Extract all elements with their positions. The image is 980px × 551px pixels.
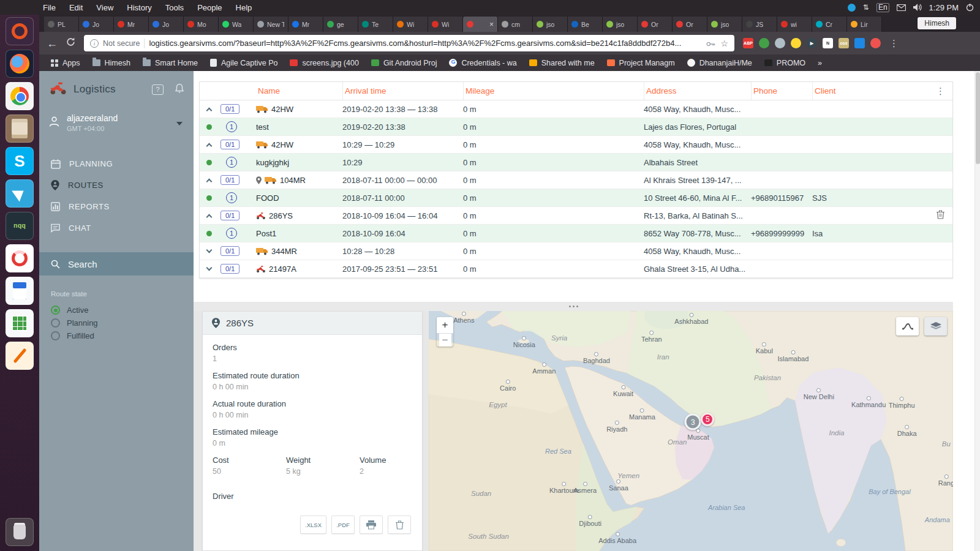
bookmark-item[interactable]: Shared with me — [524, 59, 600, 67]
zoom-in-button[interactable]: + — [437, 317, 453, 333]
launcher-icon-mail[interactable] — [6, 179, 34, 208]
profile-chip[interactable]: Himesh — [918, 17, 956, 29]
menu-item[interactable]: People — [197, 3, 222, 12]
page-scrollbar[interactable] — [974, 71, 980, 551]
table-row[interactable]: 0/1 21497A 2017-09-25 23:51 — 23:51 0 m — [200, 260, 952, 278]
bookmark-star-icon[interactable]: ☆ — [720, 39, 728, 48]
col-name[interactable]: Name — [256, 82, 342, 100]
launcher-icon-trash[interactable] — [6, 518, 34, 546]
radio-icon[interactable] — [51, 305, 60, 315]
browser-tab[interactable]: Mr × — [288, 17, 323, 32]
scrollbar-thumb[interactable] — [976, 72, 980, 164]
col-client[interactable]: Client — [812, 82, 898, 100]
browser-tab[interactable]: JS × — [742, 17, 777, 32]
browser-tab[interactable]: jso × — [603, 17, 638, 32]
extension-icon[interactable]: ▶ — [807, 38, 817, 48]
bookmark-item[interactable]: DhananjaiH/Me — [682, 59, 758, 67]
browser-tab[interactable]: PL × — [44, 17, 79, 32]
skype-status-icon[interactable] — [848, 4, 856, 12]
bookmark-item[interactable]: Git Android Proj — [366, 59, 443, 67]
browser-tab[interactable]: Be × — [568, 17, 603, 32]
browser-tab[interactable]: Or × — [638, 17, 673, 32]
browser-tab[interactable]: wi × — [777, 17, 812, 32]
radio-icon[interactable] — [51, 331, 60, 340]
help-icon[interactable]: ? — [152, 84, 164, 95]
extension-icon[interactable] — [775, 38, 785, 48]
map-cluster-marker[interactable]: 3 — [685, 414, 701, 430]
browser-tab[interactable]: × — [463, 17, 498, 32]
map[interactable]: Athens Ashkhabad Nicosia Syria Tehran Ka… — [429, 311, 953, 551]
bookmark-item[interactable]: Apps — [45, 59, 86, 67]
print-button[interactable] — [360, 515, 383, 534]
table-row[interactable]: 0/1 286YS 2018-10-09 16:04 — 16:04 0 m — [200, 207, 952, 225]
layers-button[interactable] — [924, 317, 947, 335]
export-pdf-button[interactable]: .PDF — [331, 515, 355, 534]
mail-icon[interactable] — [897, 4, 906, 11]
bookmark-item[interactable]: Credentials - wa — [443, 59, 522, 67]
col-address[interactable]: Address — [644, 82, 751, 100]
menu-item[interactable]: View — [96, 3, 113, 12]
tab-close-icon[interactable]: × — [489, 20, 494, 29]
export-xlsx-button[interactable]: .XLSX — [300, 515, 326, 534]
menu-item[interactable]: Help — [236, 3, 252, 12]
url-text[interactable]: logistics.gearsivms.com/?baseurl=http%3A… — [149, 39, 702, 48]
table-row[interactable]: 1 kugkjghkj 10:29 0 m Albahais Street — [200, 154, 952, 171]
table-row[interactable]: 1 Post1 2018-10-09 16:04 0 m 8652 Way 70… — [200, 225, 952, 242]
sidebar-item-routes[interactable]: ROUTES — [39, 174, 194, 196]
page-info-icon[interactable]: i — [90, 39, 99, 48]
table-row[interactable]: 0/1 344MR 10:28 — 10:28 0 m 4 — [200, 242, 952, 260]
menu-item[interactable]: Edit — [69, 3, 83, 12]
browser-tab[interactable]: ge × — [323, 17, 358, 32]
route-lines-button[interactable] — [896, 317, 919, 335]
back-button[interactable]: ← — [47, 38, 58, 49]
delete-button[interactable] — [388, 515, 411, 534]
browser-tab[interactable]: Mo × — [184, 17, 219, 32]
address-bar[interactable]: i Not secure logistics.gearsivms.com/?ba… — [84, 35, 734, 51]
col-mileage[interactable]: Mileage — [463, 82, 644, 100]
table-row[interactable]: 1 FOOD 2018-07-11 00:00 0 m 10 Street 46… — [200, 189, 952, 207]
bookmark-item[interactable]: Agile Captive Po — [205, 59, 283, 67]
launcher-icon-skype[interactable]: S — [6, 147, 34, 175]
zoom-out-button[interactable]: − — [439, 333, 451, 347]
sidebar-item-planning[interactable]: PLANNING — [39, 153, 194, 174]
extension-icon[interactable]: cos — [839, 38, 849, 48]
launcher-icon-draw[interactable] — [6, 342, 34, 370]
radio-planning[interactable]: Planning — [51, 317, 194, 329]
launcher-icon-photos[interactable] — [6, 244, 34, 272]
network-icon[interactable]: ⇅ — [863, 3, 869, 12]
radio-active[interactable]: Active — [51, 304, 194, 317]
panel-splitter[interactable] — [194, 302, 953, 311]
bookmark-item[interactable]: screens.jpg (400 — [284, 59, 364, 67]
table-row[interactable]: 0/1 104MR 2018-07-11 00:00 — 00:00 0 m — [200, 171, 952, 189]
bookmark-item[interactable]: PROMO — [759, 59, 811, 67]
launcher-icon-files[interactable] — [6, 114, 34, 143]
browser-tab[interactable]: Lir × — [847, 17, 882, 32]
browser-tab[interactable]: jso × — [533, 17, 568, 32]
chevron-down-icon[interactable] — [206, 264, 212, 271]
radio-icon[interactable] — [51, 318, 60, 328]
browser-menu-icon[interactable]: ⋮ — [889, 38, 899, 49]
launcher-icon-writer[interactable] — [6, 277, 34, 305]
extension-icon[interactable] — [791, 38, 801, 48]
browser-tab[interactable]: New T × — [254, 17, 288, 32]
user-section[interactable]: aljazeeraland GMT +04:00 — [39, 103, 194, 142]
menu-item[interactable]: Tools — [165, 3, 184, 12]
table-row[interactable]: 0/1 42HW 10:29 — 10:29 0 m 40 — [200, 136, 952, 154]
extension-icon[interactable] — [759, 38, 769, 48]
bookmark-item[interactable]: Smart Home — [137, 59, 203, 67]
launcher-icon-chrome[interactable] — [6, 82, 34, 110]
extension-icon[interactable] — [854, 38, 865, 48]
table-menu-icon[interactable]: ⋮ — [936, 86, 952, 97]
browser-tab[interactable]: Mr × — [114, 17, 149, 32]
col-phone[interactable]: Phone — [751, 82, 812, 100]
delete-route-icon[interactable] — [937, 210, 952, 221]
bookmark-item[interactable]: Himesh — [87, 59, 136, 67]
sidebar-item-reports[interactable]: REPORTS — [39, 196, 194, 217]
launcher-icon-nqq[interactable]: nqq — [6, 212, 34, 240]
browser-tab[interactable]: Wi × — [393, 17, 428, 32]
table-row[interactable]: 1 test 2019-02-20 13:38 0 m Lajes das Fl… — [200, 118, 952, 136]
radio-fulfilled[interactable]: Fulfilled — [51, 329, 194, 342]
extension-icon[interactable]: ABP — [743, 38, 753, 48]
extension-icon[interactable] — [870, 38, 881, 48]
chevron-up-icon[interactable] — [206, 107, 212, 113]
